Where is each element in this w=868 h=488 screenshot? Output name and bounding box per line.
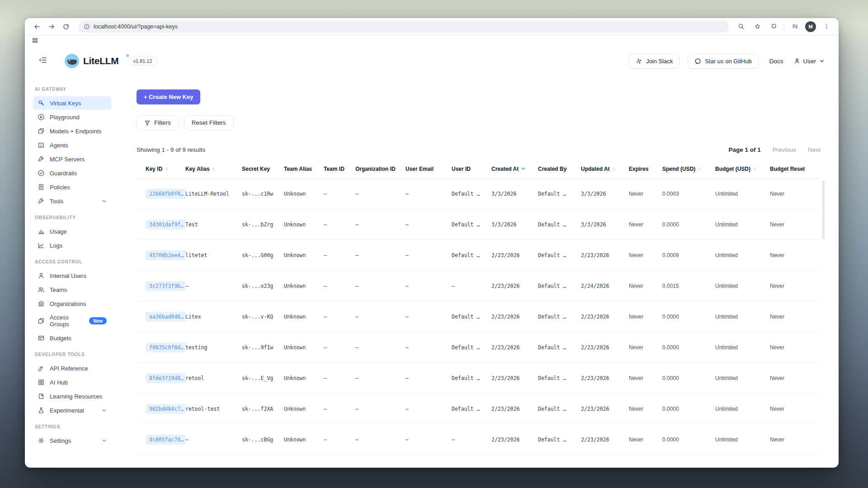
- key-id-chip[interactable]: 3c273f3f9b…: [146, 281, 185, 291]
- key-id-chip[interactable]: dc805fac7d…: [146, 435, 185, 445]
- sidebar-item-internal-users[interactable]: Internal Users: [33, 269, 111, 282]
- sort-icon[interactable]: ↑↓: [165, 166, 167, 171]
- sidebar-item-tools[interactable]: Tools: [33, 194, 111, 208]
- cell-key-alias: –: [185, 436, 242, 443]
- sidebar-item-playground[interactable]: Playground: [33, 110, 111, 124]
- sidebar-item-mcp-servers[interactable]: MCP Servers: [33, 152, 111, 166]
- create-new-key-button[interactable]: + Create New Key: [137, 89, 200, 104]
- reload-button[interactable]: [60, 21, 72, 33]
- cell-key-id[interactable]: 982bd484c7…: [137, 404, 185, 414]
- cell-team-alias: Unknown: [284, 283, 324, 289]
- table-row[interactable]: f0835c0f8d…testingsk-...9fIwUnknown–––De…: [137, 332, 820, 363]
- cell-key-id[interactable]: 3c273f3f9b…: [137, 281, 185, 291]
- info-icon[interactable]: [84, 23, 90, 30]
- forward-button[interactable]: [46, 21, 57, 33]
- sidebar-item-label: API Reference: [50, 365, 88, 372]
- cell-key-id[interactable]: 22b68fb0f0…: [137, 189, 185, 199]
- filters-button[interactable]: Filters: [137, 115, 179, 130]
- sidebar-item-learning-resources[interactable]: Learning Resources: [33, 389, 111, 403]
- url-text: localhost:4000/ui/?page=api-keys: [94, 23, 178, 30]
- key-id-chip[interactable]: aa36bad046…: [146, 312, 185, 322]
- column-header-expires: Expires: [629, 166, 662, 172]
- address-bar[interactable]: localhost:4000/ui/?page=api-keys: [78, 21, 729, 33]
- user-menu[interactable]: User: [794, 58, 825, 65]
- bookmark-star-icon[interactable]: [751, 21, 763, 33]
- cell-created-by: Default …: [538, 191, 581, 197]
- table-row[interactable]: 982bd484c7…retool-testsk-...f2XAUnknown–…: [137, 394, 820, 424]
- column-header-spend-usd[interactable]: Spend (USD)↑↓: [662, 166, 715, 172]
- key-id-chip[interactable]: 8fde3719d8…: [146, 373, 185, 383]
- sort-icon[interactable]: ↑↓: [212, 166, 215, 171]
- docs-link[interactable]: Docs: [767, 58, 786, 65]
- table-row[interactable]: 3c273f3f9b…–sk-...o23gUnknown––––2/23/20…: [137, 271, 820, 301]
- browser-menu-icon[interactable]: [821, 21, 832, 33]
- cell-key-id[interactable]: 8fde3719d8…: [137, 373, 185, 383]
- cell-team-alias: Unknown: [284, 344, 324, 351]
- table-row[interactable]: 22b68fb0f0…LiteLLM-Retoolsk-...c1RwUnkno…: [137, 178, 820, 209]
- sidebar-item-virtual-keys[interactable]: Virtual Keys: [33, 96, 111, 110]
- sort-icon[interactable]: ↑↓: [698, 166, 700, 171]
- sidebar-item-ai-hub[interactable]: AI Hub: [33, 375, 111, 389]
- column-header-budget-usd[interactable]: Budget (USD)↑↓: [715, 166, 770, 172]
- sidebar-item-models-endpoints[interactable]: Models + Endpoints: [33, 124, 111, 138]
- next-page-button[interactable]: Next: [808, 146, 821, 153]
- table-row[interactable]: aa36bad046…Litexsk-...v-KQUnknown–––Defa…: [137, 301, 820, 332]
- table-row[interactable]: dc805fac7d…–sk-...cBGgUnknown––––2/23/20…: [137, 424, 820, 455]
- sidebar-item-label: MCP Servers: [50, 156, 85, 163]
- table-row[interactable]: 8fde3719d8…retoolsk-...E_VgUnknown–––Def…: [137, 363, 820, 394]
- sidebar-item-policies[interactable]: Policies: [33, 180, 111, 194]
- sidebar-item-teams[interactable]: Teams: [33, 283, 111, 296]
- cell-key-id[interactable]: 34301daf9f…: [137, 220, 185, 230]
- sidebar-item-settings[interactable]: Settings: [33, 434, 111, 447]
- sort-icon[interactable]: ↑↓: [612, 166, 615, 171]
- zoom-icon[interactable]: [735, 21, 747, 33]
- star-github-button[interactable]: Star us on GitHub: [688, 54, 758, 69]
- sidebar-item-guardrails[interactable]: Guardrails: [33, 166, 111, 180]
- cell-created-at: 3/3/2026: [491, 221, 538, 228]
- sidebar-item-access-groups[interactable]: Access GroupsNew: [33, 311, 111, 331]
- agents-icon: [38, 141, 45, 149]
- sidebar-item-logs[interactable]: Logs: [33, 239, 111, 252]
- join-slack-button[interactable]: Join Slack: [629, 54, 679, 69]
- collapse-sidebar-icon[interactable]: [38, 56, 47, 66]
- sort-icon[interactable]: ↑↓: [753, 166, 755, 171]
- cell-key-id[interactable]: dc805fac7d…: [137, 435, 185, 445]
- cell-user-email: –: [406, 283, 452, 289]
- sidebar-item-organizations[interactable]: Organizations: [33, 297, 111, 310]
- extensions-icon[interactable]: [768, 21, 779, 33]
- column-header-created-at[interactable]: Created At: [491, 166, 538, 172]
- table-row[interactable]: 45708b2ee4…litetetsk-...G00gUnknown–––De…: [137, 240, 820, 271]
- key-id-chip[interactable]: 982bd484c7…: [146, 404, 185, 414]
- cell-key-id[interactable]: aa36bad046…: [137, 312, 185, 322]
- table-row[interactable]: 34301daf9f…Testsk-...bZrgUnknown–––Defau…: [137, 209, 820, 240]
- key-id-chip[interactable]: 22b68fb0f0…: [146, 189, 185, 199]
- column-header-key-id[interactable]: Key ID↑↓: [137, 166, 185, 172]
- reset-filters-button[interactable]: Reset Filters: [184, 115, 234, 130]
- key-id-chip[interactable]: f0835c0f8d…: [146, 343, 185, 352]
- key-id-chip[interactable]: 45708b2ee4…: [146, 250, 185, 260]
- cell-organization-id: –: [355, 252, 406, 258]
- reading-list-icon[interactable]: [789, 21, 801, 33]
- sidebar-item-label: Settings: [50, 437, 71, 444]
- profile-avatar[interactable]: M: [805, 21, 816, 32]
- column-header-updated-at[interactable]: Updated At↑↓: [581, 166, 629, 172]
- sort-chevron-icon[interactable]: [521, 166, 526, 171]
- column-header-key-alias[interactable]: Key Alias↑↓: [185, 166, 242, 172]
- brand-logo[interactable]: LiteLLM ❅ v1.81.12: [65, 54, 157, 68]
- table-scrollbar[interactable]: [822, 180, 825, 239]
- cell-user-email: –: [406, 252, 452, 258]
- back-button[interactable]: [31, 21, 43, 33]
- sidebar: AI GATEWAYVirtual KeysPlaygroundModels +…: [25, 75, 118, 468]
- cell-budget-usd: Unlimited: [715, 344, 770, 351]
- cell-updated-at: 2/24/2026: [581, 283, 629, 289]
- sidebar-item-budgets[interactable]: Budgets: [33, 331, 111, 345]
- sidebar-item-usage[interactable]: Usage: [33, 225, 111, 238]
- previous-page-button[interactable]: Previous: [773, 146, 797, 153]
- cell-key-id[interactable]: 45708b2ee4…: [137, 250, 185, 260]
- cell-key-id[interactable]: f0835c0f8d…: [137, 343, 185, 352]
- sidebar-item-api-reference[interactable]: API Reference: [33, 361, 111, 375]
- sidebar-item-agents[interactable]: Agents: [33, 138, 111, 152]
- sidebar-item-experimental[interactable]: Experimental: [33, 404, 111, 417]
- apps-grid-icon[interactable]: [32, 37, 38, 45]
- key-id-chip[interactable]: 34301daf9f…: [146, 220, 185, 230]
